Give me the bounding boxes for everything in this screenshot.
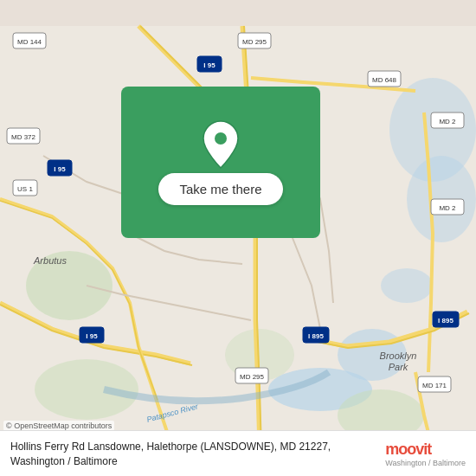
moovit-logo-text: moovit — [385, 441, 466, 459]
svg-text:MD 2: MD 2 — [439, 118, 456, 125]
svg-text:MD 171: MD 171 — [422, 382, 447, 389]
svg-point-5 — [381, 268, 433, 303]
address-text: Hollins Ferry Rd Lansdowne, Halethorpe (… — [10, 440, 385, 469]
moovit-logo: moovit Washington / Baltimore — [385, 441, 466, 468]
osm-attribution: © OpenStreetMap contributors — [3, 421, 114, 431]
svg-text:I 895: I 895 — [438, 317, 453, 325]
svg-text:MD 144: MD 144 — [17, 38, 42, 46]
svg-text:MD 372: MD 372 — [11, 133, 36, 141]
svg-text:Brooklyn: Brooklyn — [380, 351, 417, 361]
svg-text:I 95: I 95 — [86, 332, 98, 340]
svg-text:MD 648: MD 648 — [372, 76, 397, 84]
svg-point-42 — [215, 132, 227, 145]
svg-text:MD 2: MD 2 — [439, 204, 456, 212]
svg-text:I 95: I 95 — [203, 61, 215, 69]
svg-point-7 — [35, 359, 138, 420]
moovit-subtitle: Washington / Baltimore — [385, 459, 466, 468]
info-bar: Hollins Ferry Rd Lansdowne, Halethorpe (… — [0, 430, 476, 476]
svg-text:MD 295: MD 295 — [240, 373, 265, 381]
map-background: MD 144 MD 295 I 95 MD 648 MD 372 I 95 US… — [0, 0, 476, 476]
svg-text:Arbutus: Arbutus — [33, 255, 67, 266]
map-container: MD 144 MD 295 I 95 MD 648 MD 372 I 95 US… — [0, 0, 476, 476]
svg-text:I 95: I 95 — [54, 165, 66, 173]
svg-text:Park: Park — [389, 362, 408, 372]
svg-text:MD 295: MD 295 — [242, 38, 267, 46]
svg-text:US 1: US 1 — [17, 185, 33, 193]
svg-text:I 895: I 895 — [308, 332, 324, 340]
take-me-there-button[interactable]: Take me there — [158, 173, 282, 205]
location-overlay: Take me there — [121, 87, 320, 238]
location-marker — [199, 119, 242, 163]
